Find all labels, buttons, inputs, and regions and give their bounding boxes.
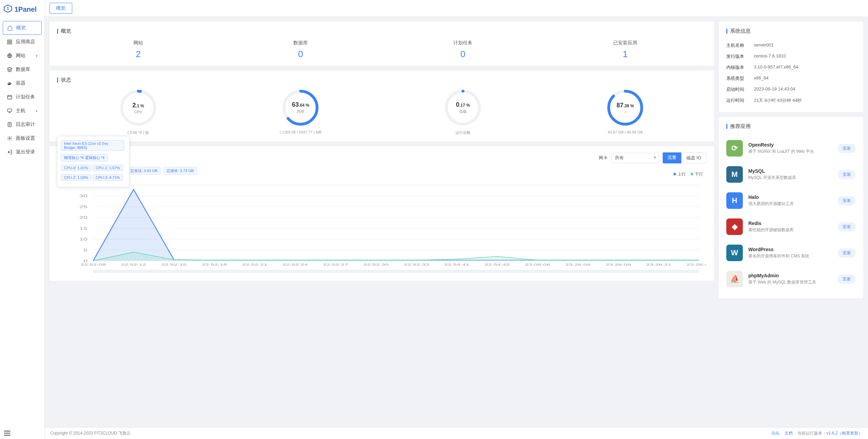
sidebar-item-3[interactable]: 数据库 <box>3 63 42 76</box>
overview-card: 概览 网站2数据库0计划任务0已安装应用1 <box>50 22 714 66</box>
svg-text:10: 10 <box>79 237 87 241</box>
sysinfo-title: 系统信息 <box>726 28 856 34</box>
app-icon: W <box>726 245 743 261</box>
recommend-card: 推荐应用 ⟳OpenResty基于 NGINX 和 LuaJIT 的 Web 平… <box>719 117 863 298</box>
svg-rect-5 <box>10 42 12 44</box>
svg-text:5: 5 <box>83 248 87 252</box>
rec-app-Halo: HHalo强大易用的开源建站工具安装 <box>726 188 856 214</box>
install-button[interactable]: 安装 <box>838 170 856 179</box>
status-title: 状态 <box>57 77 706 83</box>
app-icon: ⟳ <box>726 140 743 157</box>
sidebar-item-5[interactable]: 计划任务 <box>3 90 42 104</box>
sidebar: 1 1Panel 概览应用商店网站▾数据库容器计划任务主机▾日志审计面板设置退出… <box>0 0 45 439</box>
svg-text:22:52:21: 22:52:21 <box>242 263 267 266</box>
topbar: 概览 <box>45 0 868 17</box>
home-icon <box>7 25 13 31</box>
gauge-/[interactable]: 87.39 %/43.87 GB / 49.98 GB <box>544 89 706 135</box>
docker-icon <box>7 81 12 86</box>
chart-legend: 上行 下行 <box>673 171 703 177</box>
rec-app-WordPress: WWordPress著名的开源博客软件和 CMS 系统安装 <box>726 240 856 266</box>
svg-text:23:26:21: 23:26:21 <box>646 263 671 266</box>
svg-text:0: 0 <box>83 259 87 263</box>
gear-icon <box>7 136 12 141</box>
install-button[interactable]: 安装 <box>838 144 856 153</box>
nav: 概览应用商店网站▾数据库容器计划任务主机▾日志审计面板设置退出登录 <box>0 19 44 427</box>
sidebar-item-1[interactable]: 应用商店 <box>3 35 42 49</box>
sidebar-item-9[interactable]: 退出登录 <box>3 146 42 159</box>
brand-text: 1Panel <box>14 6 36 13</box>
footer-docs-link[interactable]: 文档 <box>784 430 793 436</box>
svg-text:22:52:27: 22:52:27 <box>323 263 348 266</box>
sidebar-item-6[interactable]: 主机▾ <box>3 104 42 117</box>
gauge-内存[interactable]: 63.64 %内存( 1169.58 / 1837.77 ) MB <box>219 89 382 135</box>
svg-text:25: 25 <box>79 205 87 209</box>
sidebar-item-7[interactable]: 日志审计 <box>3 118 42 131</box>
svg-text:22:52:12: 22:52:12 <box>121 263 146 266</box>
seg-diskio[interactable]: 磁盘 IO <box>681 152 706 163</box>
svg-text:22:54:41: 22:54:41 <box>444 263 469 266</box>
svg-rect-4 <box>8 42 9 44</box>
svg-text:22:52:24: 22:52:24 <box>283 263 308 266</box>
layers-icon <box>7 67 12 72</box>
gauge-负载[interactable]: 0.17 %负载运行流畅 <box>382 89 544 135</box>
nic-label: 网卡 <box>599 155 608 161</box>
footer: Copyright © 2014-2023 FIT2CLOUD 飞致云 论坛 文… <box>45 427 868 439</box>
rec-app-OpenResty: ⟳OpenResty基于 NGINX 和 LuaJIT 的 Web 平台安装 <box>726 135 856 161</box>
install-button[interactable]: 安装 <box>838 275 856 284</box>
collapse-sidebar-button[interactable] <box>4 431 10 436</box>
net-badge-3: 总接收: 3.73 GB <box>163 167 197 175</box>
recommend-title: 推荐应用 <box>726 123 856 130</box>
sysinfo-row-0: 主机名称server001 <box>726 40 856 51</box>
install-button[interactable]: 安装 <box>838 196 856 205</box>
net-badge-2: 总发送: 3.93 GB <box>127 167 161 175</box>
status-card: 状态 2.1 %CPU( 0.08 *4 ) 核63.64 %内存( 1169.… <box>50 71 714 141</box>
svg-text:22:52:18: 22:52:18 <box>202 263 227 266</box>
svg-text:1: 1 <box>7 6 9 11</box>
sysinfo-row-3: 系统类型x86_64 <box>726 73 856 84</box>
brand-logo[interactable]: 1 1Panel <box>0 0 44 19</box>
grid-icon <box>7 39 12 45</box>
svg-text:22:54:42: 22:54:42 <box>485 263 510 266</box>
globe-icon <box>7 53 12 58</box>
seg-traffic[interactable]: 流量 <box>663 152 681 163</box>
app-icon: ⛵ <box>726 271 743 287</box>
chevron-down-icon: ▾ <box>36 109 37 113</box>
svg-text:22:52:33: 22:52:33 <box>404 263 429 266</box>
sidebar-item-8[interactable]: 面板设置 <box>3 132 42 145</box>
install-button[interactable]: 安装 <box>838 248 856 258</box>
sysinfo-row-2: 内核版本3.10.0-957.el7.x86_64 <box>726 62 856 73</box>
sidebar-item-2[interactable]: 网站▾ <box>3 49 42 62</box>
svg-rect-8 <box>8 95 12 99</box>
footer-forum-link[interactable]: 论坛 <box>771 430 780 436</box>
svg-rect-2 <box>8 40 9 42</box>
svg-point-11 <box>9 138 10 139</box>
svg-rect-3 <box>10 40 12 42</box>
doc-icon <box>7 122 12 127</box>
install-button[interactable]: 安装 <box>838 222 856 232</box>
gauge-CPU[interactable]: 2.1 %CPU( 0.08 *4 ) 核 <box>57 89 219 135</box>
overview-count-2[interactable]: 计划任务0 <box>382 40 544 60</box>
sysinfo-card: 系统信息 主机名称server001发行版本centos-7.6.1810内核版… <box>719 22 863 112</box>
rec-app-phpMyAdmin: ⛵phpMyAdmin基于 Web 的 MySQL 数据库管理工具安装 <box>726 266 856 292</box>
calendar-icon <box>7 94 12 100</box>
sidebar-item-0[interactable]: 概览 <box>3 21 42 35</box>
copyright: Copyright © 2014-2023 FIT2CLOUD 飞致云 <box>50 430 131 436</box>
traffic-chart[interactable]: 上行 下行 05101520253035（KB/s）22:52:0922:52:… <box>57 178 706 275</box>
rec-app-MySQL: MMySQLMySQL 开源关系型数据库安装 <box>726 161 856 188</box>
svg-text:23:26:09: 23:26:09 <box>565 263 590 266</box>
cpu-tooltip: Intel Xeon E3-12xx v2 (Ivy Bridge, IBRS)… <box>57 136 129 187</box>
svg-text:22:52:09: 22:52:09 <box>80 263 106 266</box>
breadcrumb-tab[interactable]: 概览 <box>50 3 72 14</box>
sysinfo-row-5: 运行时间21天 8小时 43分钟 44秒 <box>726 95 856 106</box>
overview-count-1[interactable]: 数据库0 <box>219 40 382 60</box>
overview-title: 概览 <box>57 28 706 34</box>
svg-text:22:52:15: 22:52:15 <box>161 263 186 266</box>
sidebar-item-4[interactable]: 容器 <box>3 77 42 90</box>
overview-count-0[interactable]: 网站2 <box>57 40 219 60</box>
exit-icon <box>7 149 12 155</box>
svg-text:20: 20 <box>79 216 87 220</box>
nic-select[interactable]: 所有 <box>611 153 659 163</box>
svg-text:23:26:09: 23:26:09 <box>606 263 631 266</box>
svg-text:23:08:06: 23:08:06 <box>525 263 550 266</box>
overview-count-3[interactable]: 已安装应用1 <box>544 40 706 60</box>
